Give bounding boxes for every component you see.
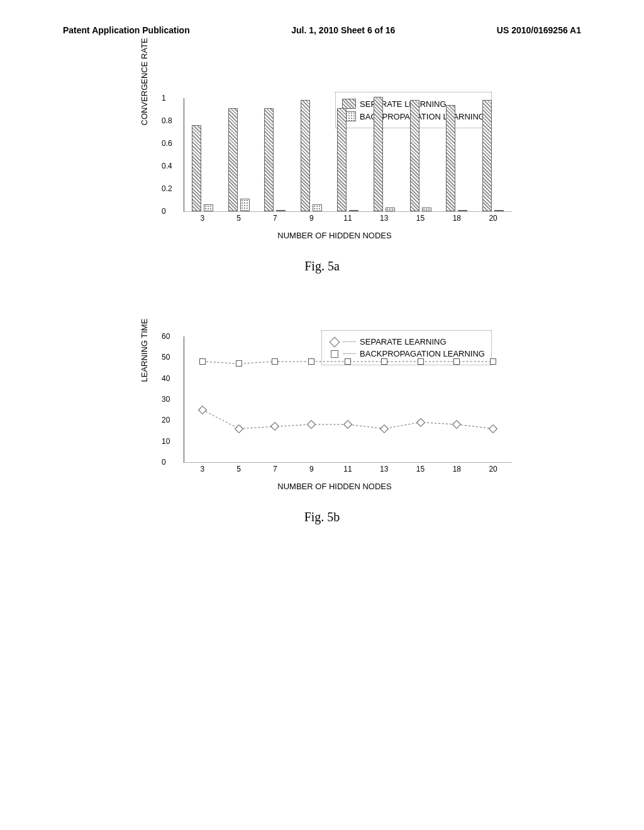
x-tick: 13 (380, 214, 388, 223)
bar-group (482, 100, 504, 211)
y-tick: 1 (162, 94, 166, 102)
x-tick: 3 (201, 465, 205, 473)
bar-backprop (204, 204, 213, 211)
square-marker-icon (236, 360, 242, 367)
bar-separate (374, 97, 383, 211)
y-tick: 20 (162, 416, 170, 424)
x-tick: 9 (309, 465, 314, 473)
square-marker-icon (453, 358, 460, 365)
bar-backprop (313, 204, 322, 211)
figure-5a: SEPARATE LEARNING BACKPROPAGATION LEARNI… (133, 98, 511, 274)
figure-caption: Fig. 5b (133, 510, 511, 524)
bar-group (228, 108, 250, 211)
bar-backprop (349, 210, 358, 211)
header-left: Patent Application Publication (63, 25, 190, 35)
line-plot-area: 010203040506035791113151820 (184, 336, 511, 463)
square-marker-icon (308, 358, 314, 365)
bar-group (264, 108, 286, 211)
bar-group (192, 125, 213, 211)
y-tick: 30 (162, 395, 170, 404)
x-tick: 5 (236, 465, 241, 473)
bar-separate (446, 105, 455, 211)
bar-plot-area: 00.20.40.60.8135791113151820 (184, 98, 511, 212)
square-marker-icon (490, 358, 496, 365)
y-axis-label: CONVERGENCE RATE (140, 38, 149, 125)
x-tick: 11 (343, 214, 352, 223)
bar-group (301, 100, 322, 211)
x-axis-label: NUMBER OF HIDDEN NODES (158, 482, 511, 491)
square-marker-icon (418, 358, 424, 365)
x-tick: 20 (489, 465, 497, 473)
square-marker-icon (345, 358, 351, 365)
bar-backprop (276, 210, 286, 211)
header-right: US 2010/0169256 A1 (497, 25, 581, 35)
x-tick: 7 (273, 214, 277, 223)
square-marker-icon (381, 358, 387, 365)
bar-backprop (386, 208, 395, 211)
y-tick: 10 (162, 437, 170, 446)
y-tick: 50 (162, 353, 170, 362)
y-tick: 60 (162, 332, 170, 341)
bar-separate (337, 108, 347, 211)
bar-group (446, 105, 467, 211)
figure-5b: SEPARATE LEARNING BACKPROPAGATION LEARNI… (133, 336, 511, 524)
y-tick: 0.4 (162, 162, 172, 170)
bar-separate (482, 100, 492, 211)
bar-separate (410, 100, 419, 211)
bar-backprop (422, 208, 431, 211)
x-tick: 11 (343, 465, 352, 473)
x-tick: 18 (453, 214, 461, 223)
y-tick: 0 (162, 207, 166, 216)
x-tick: 15 (416, 465, 425, 473)
bar-backprop (240, 199, 250, 211)
bar-group (337, 108, 358, 211)
y-tick: 0.8 (162, 116, 172, 125)
bar-separate (301, 100, 310, 211)
bar-backprop (494, 210, 504, 211)
square-marker-icon (199, 358, 206, 365)
x-tick: 18 (453, 465, 461, 473)
y-tick: 0.6 (162, 139, 172, 148)
figure-caption: Fig. 5a (133, 259, 511, 274)
x-tick: 20 (489, 214, 497, 223)
bar-separate (228, 108, 238, 211)
bar-group (374, 97, 395, 211)
x-tick: 15 (416, 214, 425, 223)
bar-group (410, 100, 431, 211)
x-axis-label: NUMBER OF HIDDEN NODES (158, 231, 511, 240)
x-tick: 3 (201, 214, 205, 223)
x-tick: 5 (236, 214, 241, 223)
bar-backprop (458, 210, 467, 211)
y-tick: 40 (162, 374, 170, 383)
x-tick: 9 (309, 214, 314, 223)
bar-separate (264, 108, 274, 211)
bar-separate (192, 125, 201, 211)
header-center: Jul. 1, 2010 Sheet 6 of 16 (291, 25, 395, 35)
page-header: Patent Application Publication Jul. 1, 2… (63, 25, 581, 35)
y-tick: 0.2 (162, 184, 172, 193)
x-tick: 13 (380, 465, 388, 473)
x-tick: 7 (273, 465, 277, 473)
square-marker-icon (272, 358, 278, 365)
y-tick: 0 (162, 458, 166, 467)
y-axis-label: LEARNING TIME (140, 319, 149, 382)
